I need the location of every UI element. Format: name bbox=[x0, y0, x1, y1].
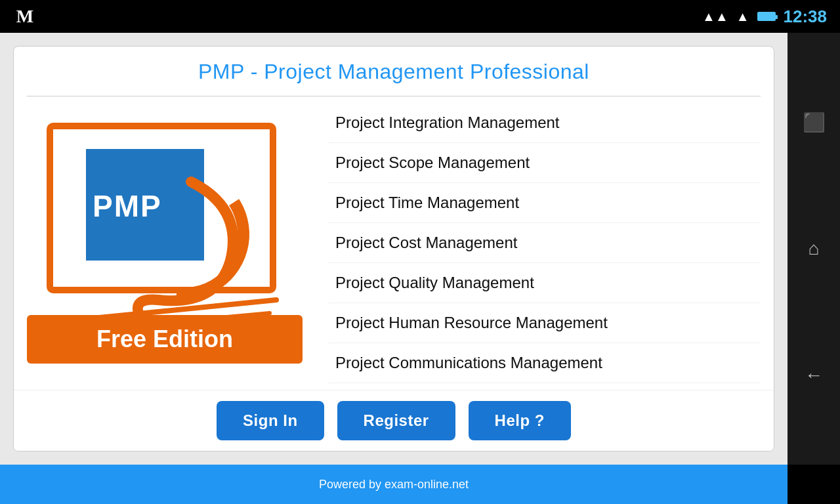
menu-item-human-resource[interactable]: Project Human Resource Management bbox=[329, 303, 761, 343]
status-bar-left: M bbox=[13, 5, 37, 28]
recent-apps-icon[interactable]: ⬛ bbox=[803, 112, 826, 133]
menu-item-time[interactable]: Project Time Management bbox=[329, 183, 761, 223]
battery-icon bbox=[757, 12, 776, 21]
main-content: PMP - Project Management Professional PM… bbox=[0, 33, 788, 465]
card-body: PMP Free Edition bbox=[14, 96, 774, 390]
menu-item-scope[interactable]: Project Scope Management bbox=[329, 143, 761, 183]
menu-item-cost[interactable]: Project Cost Management bbox=[329, 223, 761, 263]
sign-in-button[interactable]: Sign In bbox=[217, 401, 324, 440]
buttons-row: Sign In Register Help ? bbox=[14, 390, 774, 451]
menu-item-quality[interactable]: Project Quality Management bbox=[329, 263, 761, 303]
swirl-graphic bbox=[40, 129, 296, 346]
gmail-icon: M bbox=[13, 5, 37, 28]
logo-section: PMP Free Edition bbox=[14, 96, 316, 390]
register-button[interactable]: Register bbox=[337, 401, 455, 440]
status-bar-right: ▲▲ ▲ 12:38 bbox=[702, 7, 827, 27]
signal-icon: ▲ bbox=[736, 9, 749, 24]
pmp-label: PMP bbox=[93, 188, 162, 224]
main-card: PMP - Project Management Professional PM… bbox=[13, 46, 774, 452]
help-button[interactable]: Help ? bbox=[469, 401, 571, 440]
home-icon[interactable]: ⌂ bbox=[808, 238, 820, 259]
menu-item-communications[interactable]: Project Communications Management bbox=[329, 343, 761, 383]
menu-section: Project Integration Management Project S… bbox=[316, 96, 774, 390]
free-edition-banner: Free Edition bbox=[27, 315, 303, 364]
free-edition-label: Free Edition bbox=[96, 326, 233, 352]
page-title: PMP - Project Management Professional bbox=[33, 60, 754, 84]
gmail-label: M bbox=[16, 6, 33, 27]
back-icon[interactable]: ← bbox=[805, 365, 823, 386]
footer: Powered by exam-online.net bbox=[0, 465, 788, 504]
time-display: 12:38 bbox=[784, 7, 828, 27]
status-bar: M ▲▲ ▲ 12:38 bbox=[0, 0, 840, 33]
svg-point-0 bbox=[104, 154, 265, 315]
footer-text: Powered by exam-online.net bbox=[319, 478, 469, 492]
nav-bar: ⬛ ⌂ ← bbox=[788, 33, 840, 465]
wifi-icon: ▲▲ bbox=[702, 9, 728, 24]
card-header: PMP - Project Management Professional bbox=[14, 47, 774, 91]
menu-item-integration[interactable]: Project Integration Management bbox=[329, 103, 761, 143]
